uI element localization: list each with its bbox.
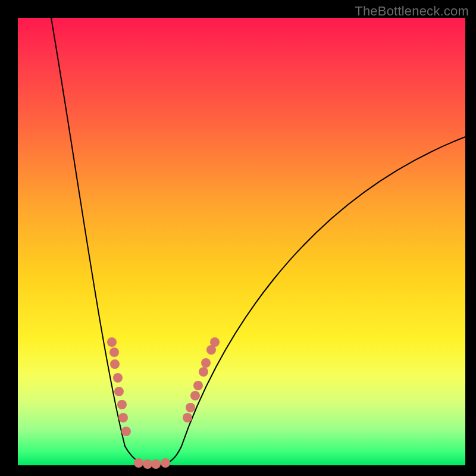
marker-dot <box>109 347 119 357</box>
marker-dot <box>121 427 131 436</box>
marker-dot <box>151 459 161 469</box>
marker-dot <box>183 413 192 422</box>
marker-dot <box>143 459 152 469</box>
bottleneck-curve <box>51 18 465 465</box>
marker-dot <box>210 337 220 347</box>
marker-dot <box>114 387 124 396</box>
marker-dot <box>201 358 211 368</box>
chart-frame: TheBottleneck.com <box>0 0 476 476</box>
marker-dot <box>134 458 143 468</box>
marker-dot <box>193 381 203 390</box>
marker-dot <box>199 367 208 377</box>
marker-group <box>107 337 220 469</box>
chart-svg <box>18 18 465 465</box>
marker-dot <box>117 400 127 409</box>
marker-dot <box>110 359 120 369</box>
marker-dot <box>107 337 117 347</box>
marker-dot <box>161 458 170 468</box>
marker-dot <box>190 391 200 400</box>
watermark-text: TheBottleneck.com <box>355 4 469 19</box>
marker-dot <box>113 373 123 383</box>
marker-dot <box>118 413 128 422</box>
marker-dot <box>186 403 195 412</box>
